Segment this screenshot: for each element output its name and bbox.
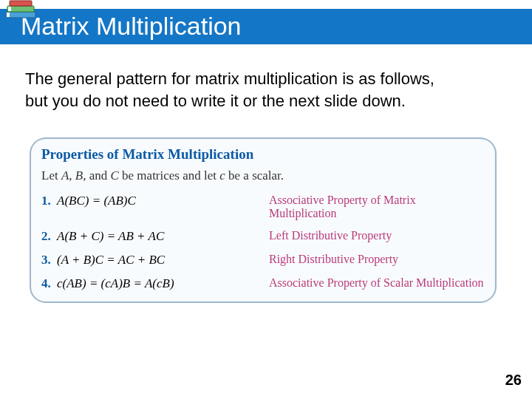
list-item: 1. A(BC) = (AB)C bbox=[41, 194, 263, 220]
item-number: 3. bbox=[41, 253, 51, 267]
item-description: Associative Property of Matrix Multiplic… bbox=[269, 194, 485, 220]
item-description: Right Distributive Property bbox=[269, 253, 485, 267]
sub-vars-ab: A, B, bbox=[61, 168, 86, 183]
properties-box: Properties of Matrix Multiplication Let … bbox=[31, 137, 495, 303]
sub-var-c-upper: C bbox=[110, 168, 118, 183]
title-bar: Matrix Multiplication bbox=[0, 9, 532, 44]
svg-rect-0 bbox=[6, 12, 35, 18]
item-number: 4. bbox=[41, 276, 51, 290]
list-item: 3. (A + B)C = AC + BC bbox=[41, 253, 263, 267]
svg-rect-1 bbox=[7, 6, 34, 12]
item-equation: A(BC) = (AB)C bbox=[57, 194, 136, 208]
slide: Matrix Multiplication The general patter… bbox=[0, 0, 532, 399]
svg-rect-4 bbox=[8, 7, 11, 11]
properties-heading: Properties of Matrix Multiplication bbox=[41, 146, 485, 163]
body-line-1: The general pattern for matrix multiplic… bbox=[25, 69, 434, 88]
body-line-2: but you do not need to write it or the n… bbox=[25, 92, 406, 110]
item-description: Left Distributive Property bbox=[269, 229, 485, 244]
svg-rect-3 bbox=[7, 13, 10, 17]
item-description: Associative Property of Scalar Multiplic… bbox=[269, 276, 485, 291]
item-equation: c(AB) = (cA)B = A(cB) bbox=[57, 276, 174, 290]
item-number: 2. bbox=[41, 229, 51, 243]
slide-title: Matrix Multiplication bbox=[21, 12, 242, 41]
sub-mid1: and bbox=[86, 168, 110, 183]
books-icon bbox=[4, 0, 38, 22]
page-number: 26 bbox=[505, 372, 522, 389]
sub-post: be a scalar. bbox=[225, 168, 284, 183]
item-equation: (A + B)C = AC + BC bbox=[57, 253, 165, 267]
properties-subheading: Let A, B, and C be matrices and let c be… bbox=[41, 168, 485, 183]
list-item: 2. A(B + C) = AB + AC bbox=[41, 229, 263, 244]
sub-var-c-lower: c bbox=[219, 168, 225, 183]
item-number: 1. bbox=[41, 194, 51, 208]
sub-mid2: be matrices and let bbox=[119, 168, 219, 183]
body-text: The general pattern for matrix multiplic… bbox=[25, 68, 498, 113]
properties-list: 1. A(BC) = (AB)C Associative Property of… bbox=[41, 194, 485, 291]
svg-rect-2 bbox=[10, 1, 32, 6]
list-item: 4. c(AB) = (cA)B = A(cB) bbox=[41, 276, 263, 291]
item-equation: A(B + C) = AB + AC bbox=[57, 229, 164, 243]
sub-pre: Let bbox=[41, 168, 61, 183]
